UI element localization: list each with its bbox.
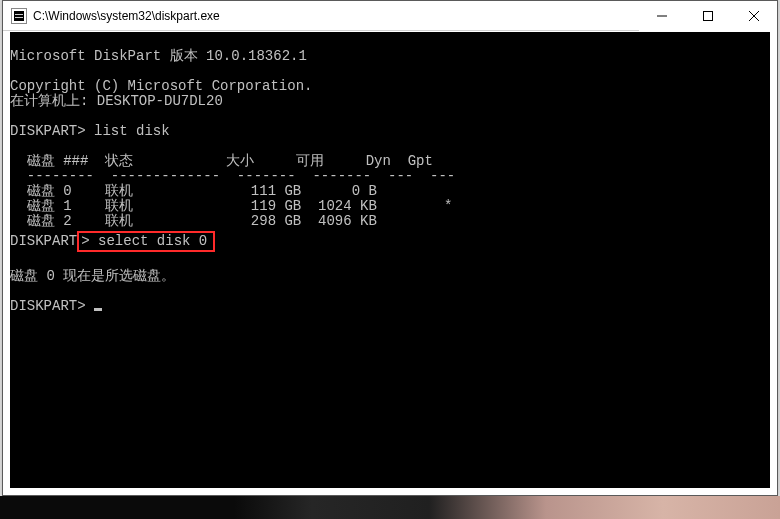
titlebar[interactable]: C:\Windows\system32\diskpart.exe [3,1,777,31]
window-title: C:\Windows\system32\diskpart.exe [33,9,639,23]
minimize-button[interactable] [639,1,685,31]
computer-line: 在计算机上: DESKTOP-DU7DL20 [10,93,223,109]
cursor [94,308,102,311]
version-line: Microsoft DiskPart 版本 10.0.18362.1 [10,48,307,64]
disk-row: 磁盘 2 联机 298 GB 4096 KB [10,213,444,229]
disk-row: 磁盘 1 联机 119 GB 1024 KB * [10,198,452,214]
disk-row: 磁盘 0 联机 111 GB 0 B [10,183,444,199]
copyright-line: Copyright (C) Microsoft Corporation. [10,78,312,94]
terminal-content: Microsoft DiskPart 版本 10.0.18362.1 Copyr… [10,32,770,488]
desktop-background-strip [0,496,780,519]
cmd-icon [11,8,27,24]
prompt-list-disk: DISKPART> list disk [10,123,170,139]
terminal-area[interactable]: Microsoft DiskPart 版本 10.0.18362.1 Copyr… [10,32,770,488]
svg-rect-1 [704,11,713,20]
close-button[interactable] [731,1,777,31]
maximize-button[interactable] [685,1,731,31]
disk-table-divider: -------- ------------- ------- ------- -… [10,168,455,184]
diskpart-window: C:\Windows\system32\diskpart.exe Microso… [2,0,778,496]
disk-table-header: 磁盘 ### 状态 大小 可用 Dyn Gpt [10,153,433,169]
prompt-current: DISKPART> [10,298,94,314]
select-disk-highlight: > select disk 0 [77,231,215,252]
prompt-select-cmd: > select disk 0 [81,233,207,249]
result-line: 磁盘 0 现在是所选磁盘。 [10,268,175,284]
window-buttons [639,1,777,31]
prompt-select-prefix: DISKPART [10,233,77,249]
